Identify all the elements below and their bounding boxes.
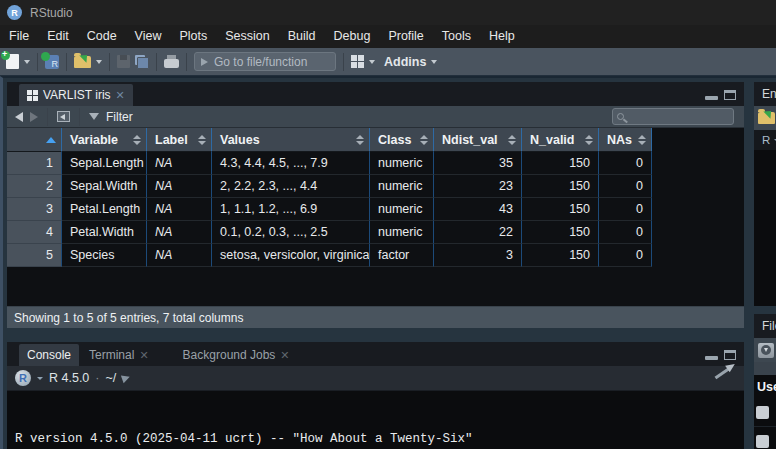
tab-background-jobs[interactable]: Background Jobs ✕	[173, 344, 300, 366]
pane-layout-dropdown-icon[interactable]	[369, 60, 375, 64]
back-icon[interactable]	[15, 112, 23, 122]
menu-build[interactable]: Build	[279, 25, 325, 48]
close-tab-icon[interactable]: ✕	[116, 89, 125, 102]
table-row[interactable]: 3 Petal.Length NA 1, 1.1, 1.2, ..., 6.9 …	[7, 198, 744, 221]
r-logo-icon[interactable]: R	[15, 370, 31, 386]
table-row[interactable]: 5 Species NA setosa, versicolor, virgini…	[7, 244, 744, 267]
open-file-icon[interactable]	[74, 56, 91, 68]
col-label[interactable]: Label	[147, 128, 212, 152]
print-icon[interactable]	[164, 59, 179, 68]
toolbar-separator	[109, 53, 110, 71]
tab-terminal[interactable]: Terminal ✕	[79, 344, 159, 366]
tab-environment[interactable]: Environment	[762, 87, 776, 101]
save-icon[interactable]	[117, 55, 130, 68]
addins-dropdown-icon[interactable]	[431, 60, 437, 64]
menu-plots[interactable]: Plots	[170, 25, 216, 48]
col-nas[interactable]: NAs	[599, 128, 652, 152]
sort-icon[interactable]	[198, 135, 206, 145]
row-number-header[interactable]	[7, 128, 62, 152]
menu-profile[interactable]: Profile	[379, 25, 432, 48]
cell-values: setosa, versicolor, virginica	[212, 244, 370, 267]
tab-title: Terminal	[89, 348, 134, 362]
tab-files[interactable]: Files	[762, 319, 776, 333]
package-row[interactable]	[754, 427, 776, 449]
package-checkbox[interactable]	[756, 435, 769, 448]
menu-edit[interactable]: Edit	[38, 25, 78, 48]
console-pane: Console Terminal ✕ Background Jobs ✕ R	[7, 342, 744, 449]
new-file-dropdown-icon[interactable]	[24, 60, 30, 64]
show-in-new-window-icon[interactable]	[57, 111, 70, 122]
sort-icon[interactable]	[420, 135, 428, 145]
tab-console[interactable]: Console	[19, 344, 79, 366]
tab-title: VARLIST iris	[43, 88, 111, 102]
pane-layout-icon[interactable]	[351, 55, 364, 68]
go-to-file-arrow-icon	[201, 58, 208, 66]
working-directory[interactable]: ~/	[105, 371, 116, 385]
col-class[interactable]: Class	[370, 128, 434, 152]
sort-icon[interactable]	[356, 135, 364, 145]
menu-debug[interactable]: Debug	[325, 25, 380, 48]
r-version-dropdown-icon[interactable]	[37, 377, 43, 380]
col-ndist-val[interactable]: Ndist_val	[434, 128, 522, 152]
sort-icon[interactable]	[638, 135, 646, 145]
go-to-file-input[interactable]: Go to file/function	[194, 52, 336, 71]
addins-menu[interactable]: Addins	[384, 55, 426, 69]
language-selector[interactable]: R	[762, 134, 770, 146]
sort-icon[interactable]	[133, 135, 141, 145]
files-tab-bar: Files	[754, 314, 776, 338]
install-packages-icon[interactable]	[758, 343, 774, 358]
load-workspace-icon[interactable]	[758, 112, 775, 124]
sort-icon[interactable]	[585, 135, 593, 145]
new-file-icon[interactable]	[6, 54, 19, 69]
title-bar: R RStudio	[0, 0, 776, 25]
rstudio-logo-icon: R	[7, 5, 22, 20]
packages-toolbar	[754, 338, 776, 362]
col-variable[interactable]: Variable	[62, 128, 147, 152]
menu-help[interactable]: Help	[480, 25, 524, 48]
forward-icon[interactable]	[30, 112, 38, 122]
row-filler	[652, 198, 744, 221]
clear-console-icon[interactable]	[715, 368, 730, 380]
source-tab-bar: VARLIST iris ✕	[7, 82, 744, 106]
close-tab-icon[interactable]: ✕	[280, 349, 289, 362]
open-recent-dropdown-icon[interactable]	[96, 60, 102, 64]
go-to-directory-icon[interactable]	[121, 373, 131, 383]
sort-ascending-icon	[46, 137, 56, 143]
maximize-pane-icon[interactable]	[724, 90, 736, 100]
menu-file[interactable]: File	[0, 25, 38, 48]
sort-icon[interactable]	[508, 135, 516, 145]
row-number: 3	[7, 198, 62, 221]
package-row[interactable]	[754, 398, 776, 427]
maximize-pane-icon[interactable]	[724, 350, 736, 360]
col-n-valid[interactable]: N_valid	[522, 128, 599, 152]
tab-varlist-iris[interactable]: VARLIST iris ✕	[19, 84, 133, 106]
table-row[interactable]: 2 Sepal.Width NA 2, 2.2, 2.3, ..., 4.4 n…	[7, 175, 744, 198]
menu-code[interactable]: Code	[78, 25, 126, 48]
tab-title: Console	[27, 348, 71, 362]
filter-icon[interactable]	[89, 113, 99, 120]
minimize-pane-icon[interactable]	[705, 351, 718, 360]
table-row[interactable]: 4 Petal.Width NA 0.1, 0.2, 0.3, ..., 2.5…	[7, 221, 744, 244]
console-output[interactable]: R version 4.5.0 (2025-04-11 ucrt) -- "Ho…	[7, 391, 744, 449]
table-search-input[interactable]	[612, 108, 734, 125]
cell-nas: 0	[599, 221, 652, 244]
save-all-icon[interactable]	[135, 55, 149, 69]
cell-variable: Species	[62, 244, 147, 267]
package-checkbox[interactable]	[756, 406, 769, 419]
cell-class: numeric	[370, 198, 434, 221]
table-row[interactable]: 1 Sepal.Length NA 4.3, 4.4, 4.5, ..., 7.…	[7, 152, 744, 175]
menu-view[interactable]: View	[126, 25, 171, 48]
menu-tools[interactable]: Tools	[433, 25, 480, 48]
new-project-icon[interactable]	[45, 55, 59, 69]
cell-variable: Petal.Length	[62, 198, 147, 221]
window-title: RStudio	[30, 6, 73, 20]
minimize-pane-icon[interactable]	[705, 91, 718, 100]
menu-session[interactable]: Session	[216, 25, 278, 48]
col-values[interactable]: Values	[212, 128, 370, 152]
cell-ndist-val: 23	[434, 175, 522, 198]
toolbar-separator	[66, 53, 67, 71]
cell-variable: Sepal.Width	[62, 175, 147, 198]
filter-button[interactable]: Filter	[106, 110, 133, 124]
toolbar-separator	[186, 53, 187, 71]
close-tab-icon[interactable]: ✕	[139, 349, 148, 362]
